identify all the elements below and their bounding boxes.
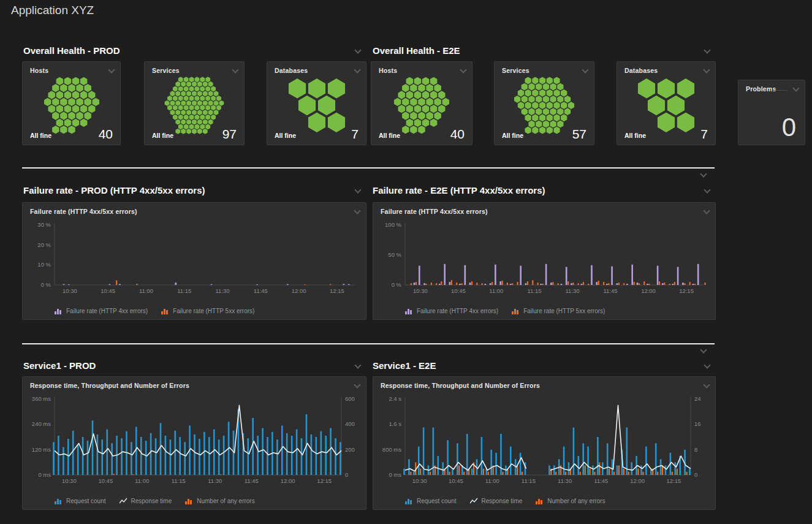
entity-count: 7	[351, 127, 359, 142]
section-header-failure-e2e: Failure rate - E2E (HTTP 4xx/5xx errors)	[373, 184, 711, 196]
tile-databases-e2e[interactable]: Databases All fine 7	[617, 61, 716, 145]
chevron-down-icon[interactable]	[354, 362, 362, 368]
chevron-down-icon[interactable]	[582, 67, 589, 73]
legend-label: Failure rate (HTTP 4xx errors)	[417, 308, 498, 314]
chart-tile-service-e2e[interactable]: Response time, Throughput and Number of …	[373, 376, 716, 510]
tile-title: Databases	[275, 67, 308, 74]
legend-item[interactable]: Failure rate (HTTP 4xx errors)	[405, 308, 498, 314]
tile-title: Problems	[746, 85, 776, 93]
chevron-down-icon[interactable]	[460, 67, 467, 73]
section-header-service-e2e: Service1 - E2E	[373, 359, 711, 371]
legend-label: Request count	[66, 498, 106, 504]
entity-count: 57	[572, 127, 586, 142]
svg-text:0 ms: 0 ms	[389, 471, 401, 478]
svg-text:11:45: 11:45	[254, 287, 268, 294]
tile-services-prod[interactable]: Services All fine 97	[144, 61, 245, 145]
legend-item[interactable]: Number of any errors	[536, 498, 605, 504]
section-divider	[22, 343, 715, 344]
chevron-down-icon[interactable]	[700, 347, 707, 353]
svg-text:11:30: 11:30	[208, 477, 222, 484]
svg-text:10:45: 10:45	[101, 287, 115, 294]
status-text: All fine	[624, 132, 646, 139]
chart-tile-service-prod[interactable]: Response time, Throughput and Number of …	[22, 376, 366, 510]
svg-text:240 ms: 240 ms	[32, 420, 51, 427]
bar-series-icon	[512, 308, 520, 314]
chevron-down-icon[interactable]	[354, 187, 362, 193]
chart-title: Response time, Throughput and Number of …	[30, 382, 189, 389]
svg-text:400: 400	[345, 420, 355, 427]
service-e2e-chart: 0 ms800 ms1.6 s2.4 s08162410:3010:4511:0…	[376, 393, 713, 487]
legend-item[interactable]: Response time	[470, 498, 523, 504]
legend-item[interactable]: Failure rate (HTTP 5xx errors)	[161, 308, 254, 314]
svg-text:10:30: 10:30	[412, 477, 427, 484]
svg-text:0 ms: 0 ms	[38, 471, 51, 478]
legend-item[interactable]: Number of any errors	[185, 498, 254, 504]
dashboard: Application XYZ Overall Health - PROD Ov…	[0, 0, 812, 524]
chevron-down-icon[interactable]	[354, 47, 362, 53]
svg-text:12:15: 12:15	[679, 287, 694, 294]
tile-databases-prod[interactable]: Databases All fine 7	[267, 61, 366, 145]
svg-text:12:00: 12:00	[292, 287, 306, 294]
page-title: Application XYZ	[11, 4, 94, 17]
legend-item[interactable]: Request count	[405, 498, 457, 504]
failure-rate-e2e-chart: 0 %50 %100 %10:3010:4511:0011:1511:3011:…	[376, 219, 713, 297]
legend-item[interactable]: Request count	[55, 498, 106, 504]
tile-hosts-e2e[interactable]: Hosts All fine 40	[371, 61, 472, 145]
chevron-down-icon[interactable]	[700, 171, 707, 177]
svg-text:0 %: 0 %	[41, 281, 51, 288]
chevron-down-icon[interactable]	[703, 208, 710, 214]
svg-text:12:15: 12:15	[666, 477, 681, 484]
chevron-down-icon[interactable]	[354, 67, 361, 73]
chevron-down-icon[interactable]	[704, 362, 711, 368]
chevron-down-icon[interactable]	[232, 67, 239, 73]
bar-series-icon	[405, 498, 414, 504]
tile-problems[interactable]: Problems 0	[738, 80, 805, 145]
chevron-down-icon[interactable]	[792, 85, 800, 91]
svg-text:11:00: 11:00	[485, 477, 499, 484]
status-text: All fine	[152, 132, 173, 139]
tile-title: Hosts	[379, 67, 397, 74]
line-series-icon	[120, 498, 128, 504]
chevron-down-icon[interactable]	[703, 382, 710, 388]
status-text: All fine	[502, 132, 523, 139]
chevron-down-icon[interactable]	[354, 382, 361, 388]
legend-item[interactable]: Response time	[120, 498, 172, 504]
tile-title: Hosts	[30, 67, 48, 74]
legend-item[interactable]: Failure rate (HTTP 4xx errors)	[55, 308, 148, 314]
svg-text:20 %: 20 %	[37, 241, 51, 248]
section-title: Overall Health - PROD	[23, 45, 120, 56]
svg-text:11:45: 11:45	[603, 287, 617, 294]
svg-text:0: 0	[345, 471, 348, 478]
svg-text:11:15: 11:15	[172, 477, 186, 484]
svg-text:24: 24	[694, 395, 701, 402]
svg-text:30 %: 30 %	[37, 221, 51, 228]
tile-services-e2e[interactable]: Services All fine 57	[494, 61, 594, 145]
chart-legend: Failure rate (HTTP 4xx errors)Failure ra…	[55, 308, 254, 314]
legend-label: Failure rate (HTTP 5xx errors)	[523, 308, 605, 314]
status-text: All fine	[275, 132, 296, 139]
svg-text:10:30: 10:30	[62, 477, 77, 484]
bar-series-icon	[161, 308, 170, 314]
svg-text:11:30: 11:30	[565, 287, 579, 294]
svg-text:1.6 s: 1.6 s	[389, 420, 401, 427]
legend-label: Response time	[482, 498, 523, 504]
svg-text:10:45: 10:45	[449, 477, 463, 484]
chart-tile-failure-e2e[interactable]: Failure rate (HTTP 4xx/5xx errors) 0 %50…	[373, 202, 716, 320]
svg-text:0 %: 0 %	[392, 281, 402, 288]
section-header-health-prod: Overall Health - PROD	[23, 44, 362, 56]
chevron-down-icon[interactable]	[354, 208, 361, 214]
tile-hosts-prod[interactable]: Hosts All fine 40	[22, 61, 121, 145]
svg-text:16: 16	[694, 420, 701, 427]
legend-label: Number of any errors	[547, 498, 605, 504]
svg-text:10:30: 10:30	[63, 287, 77, 294]
chevron-down-icon[interactable]	[704, 187, 711, 193]
chevron-down-icon[interactable]	[704, 47, 711, 53]
svg-text:12:00: 12:00	[281, 477, 295, 484]
section-title: Overall Health - E2E	[373, 45, 460, 56]
legend-item[interactable]: Failure rate (HTTP 5xx errors)	[512, 308, 605, 314]
chart-tile-failure-prod[interactable]: Failure rate (HTTP 4xx/5xx errors) 0 %10…	[22, 202, 366, 320]
chevron-down-icon[interactable]	[108, 67, 115, 73]
chevron-down-icon[interactable]	[703, 67, 710, 73]
section-divider	[22, 167, 715, 169]
entity-count: 40	[99, 127, 113, 142]
